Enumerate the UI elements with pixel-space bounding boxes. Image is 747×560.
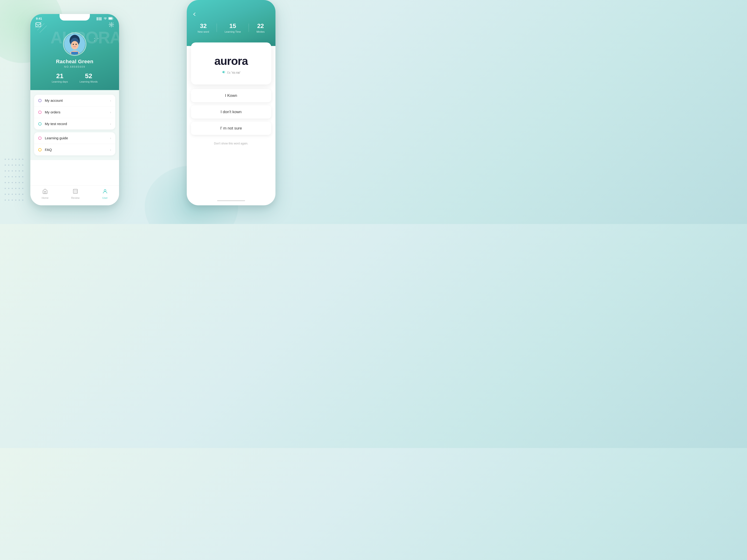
user-name: Racheal Green xyxy=(56,59,94,64)
menu-account-label: My account xyxy=(45,99,110,102)
status-time: 9:41 xyxy=(36,17,42,20)
svg-point-13 xyxy=(71,41,78,50)
phonetic-text: /ɔːˈroːrə/ xyxy=(227,71,240,75)
stat-learning-time: 15 Learning Time xyxy=(225,22,241,33)
menu-orders-label: My orders xyxy=(45,110,110,114)
minutes-number: 22 xyxy=(257,22,265,30)
review-icon xyxy=(73,189,78,195)
dot-learning-guide-icon xyxy=(38,136,42,140)
svg-point-8 xyxy=(98,38,99,39)
learning-words-label: Learning Words xyxy=(80,80,98,83)
dot-faq-icon xyxy=(38,148,42,152)
menu-item-orders[interactable]: My orders › xyxy=(34,106,115,118)
chevron-learning-guide-icon: › xyxy=(110,136,111,140)
chevron-orders-icon: › xyxy=(110,110,111,114)
word-display: aurora xyxy=(214,55,248,68)
svg-point-7 xyxy=(94,38,95,39)
learning-words-stat: 52 Learning Words xyxy=(80,72,98,83)
nav-home-label: Home xyxy=(42,196,48,199)
home-icon xyxy=(42,189,48,195)
svg-rect-17 xyxy=(71,52,78,55)
nav-user[interactable]: User xyxy=(102,189,108,199)
new-word-label: New word xyxy=(198,30,209,33)
avatar-ring xyxy=(63,32,86,56)
learning-time-number: 15 xyxy=(225,22,241,30)
menu-item-faq[interactable]: FAQ › xyxy=(34,144,115,155)
chevron-test-record-icon: › xyxy=(110,122,111,126)
phonetic-row: /ɔːˈroːrə/ xyxy=(222,70,240,75)
dot-account-icon xyxy=(38,99,42,102)
svg-rect-18 xyxy=(73,189,77,193)
battery-icon xyxy=(108,17,113,20)
settings-button[interactable] xyxy=(109,22,114,28)
nav-review-label: Review xyxy=(71,196,80,199)
deco-lines-icon xyxy=(35,21,54,35)
svg-point-9 xyxy=(94,41,95,41)
answers-section: I Kown I don't kown I' m not sure xyxy=(187,84,276,139)
sound-icon[interactable] xyxy=(222,70,226,75)
chevron-account-icon: › xyxy=(110,99,111,102)
answer-not-sure[interactable]: I' m not sure xyxy=(191,122,271,135)
menu-section: My account › My orders › My test record … xyxy=(30,90,119,160)
dont-show-text[interactable]: Don't show this word again. xyxy=(187,139,276,148)
menu-group-1: My account › My orders › My test record … xyxy=(34,95,115,130)
notch xyxy=(59,14,90,21)
answer-i-dont-know[interactable]: I don't kown xyxy=(191,105,271,118)
svg-point-23 xyxy=(104,189,106,191)
menu-item-learning-guide[interactable]: Learning guide › xyxy=(34,132,115,144)
svg-point-14 xyxy=(73,44,74,45)
learning-days-stat: 21 Learning days xyxy=(52,72,68,83)
word-card: aurora /ɔːˈroːrə/ xyxy=(191,43,271,84)
nav-home[interactable]: Home xyxy=(42,189,48,199)
menu-test-record-label: My test record xyxy=(45,122,110,126)
nav-review[interactable]: Review xyxy=(71,189,80,199)
wifi-icon xyxy=(103,17,107,20)
phone-right: 32 New word 15 Learning Time 22 Minites … xyxy=(187,0,276,205)
svg-point-19 xyxy=(74,190,75,191)
dot-orders-icon xyxy=(38,111,42,114)
home-indicator xyxy=(217,200,245,201)
stat-new-word: 32 New word xyxy=(198,22,209,33)
learning-words-number: 52 xyxy=(80,72,98,80)
stat-divider-1 xyxy=(216,24,217,32)
learning-days-label: Learning days xyxy=(52,80,68,83)
back-button[interactable] xyxy=(187,0,276,18)
bottom-nav: Home Review User xyxy=(30,186,119,205)
dot-test-record-icon xyxy=(38,122,42,126)
nav-user-label: User xyxy=(102,196,108,199)
svg-point-3 xyxy=(111,24,112,26)
svg-rect-1 xyxy=(109,18,112,19)
avatar xyxy=(64,34,85,55)
chevron-faq-icon: › xyxy=(110,148,111,152)
menu-faq-label: FAQ xyxy=(45,148,110,152)
menu-item-account[interactable]: My account › xyxy=(34,95,115,106)
profile-stats: 21 Learning days 52 Learning Words xyxy=(52,72,98,83)
minutes-label: Minites xyxy=(257,30,265,33)
svg-point-20 xyxy=(74,192,75,192)
stats-header: 32 New word 15 Learning Time 22 Minites xyxy=(187,18,276,39)
menu-item-test-record[interactable]: My test record › xyxy=(34,118,115,130)
right-phone-header: 32 New word 15 Learning Time 22 Minites xyxy=(187,0,276,46)
new-word-number: 32 xyxy=(198,22,209,30)
header-dots-icon xyxy=(93,37,100,42)
svg-point-15 xyxy=(76,44,77,45)
stat-divider-2 xyxy=(249,24,249,32)
answer-i-know[interactable]: I Kown xyxy=(191,89,271,102)
learning-time-label: Learning Time xyxy=(225,30,241,33)
signal-icon: ▌▌▌ xyxy=(97,17,102,20)
user-icon xyxy=(102,189,108,195)
menu-learning-guide-label: Learning guide xyxy=(45,136,110,140)
status-icons: ▌▌▌ xyxy=(97,17,113,20)
stat-minutes: 22 Minites xyxy=(257,22,265,33)
phone-left: 9:41 ▌▌▌ xyxy=(30,14,119,205)
user-number: NO.68565609 xyxy=(64,65,85,68)
learning-days-number: 21 xyxy=(52,72,68,80)
menu-group-2: Learning guide › FAQ › xyxy=(34,132,115,155)
